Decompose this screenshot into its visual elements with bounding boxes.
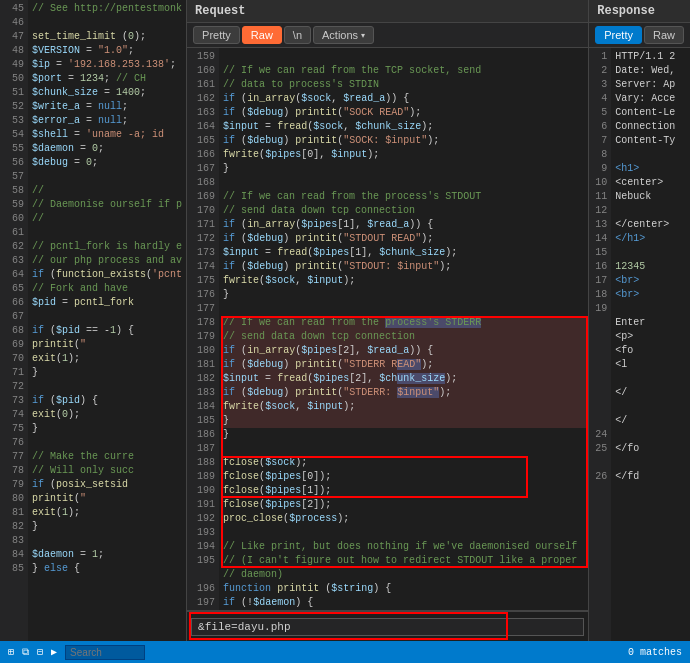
response-line-numbers: 12345 678910 1112131415 16171819 24 25 2… [589,48,611,641]
request-input-field[interactable] [191,618,584,636]
response-title: Response [597,4,655,18]
tab-raw-request[interactable]: Raw [242,26,282,44]
status-icon-3[interactable]: ⊟ [37,646,43,658]
response-panel: Response Pretty Raw 12345 678910 1112131… [589,0,690,641]
match-count: 0 matches [628,647,682,658]
request-panel-header: Request [187,0,588,23]
request-bottom-input-area [187,611,588,641]
status-icon-4[interactable]: ▶ [51,646,57,658]
tab-in-request[interactable]: \n [284,26,311,44]
status-bar: ⊞ ⧉ ⊟ ▶ 0 matches [0,641,690,663]
left-code-content: // See http://pentestmonk set_time_limit… [28,0,186,641]
tab-pretty-request[interactable]: Pretty [193,26,240,44]
request-panel: Request Pretty Raw \n Actions ▾ 15916016… [187,0,589,641]
tab-pretty-response[interactable]: Pretty [595,26,642,44]
main-layout: 4546474849 5051525354 5556575859 6061626… [0,0,690,641]
response-panel-body: 12345 678910 1112131415 16171819 24 25 2… [589,48,690,641]
chevron-down-icon: ▾ [361,31,365,40]
search-input[interactable] [65,645,145,660]
response-code: HTTP/1.1 2 Date: Wed, Server: Ap Vary: A… [611,48,690,641]
request-panel-body: 159160161162163 164165166167168 16917017… [187,48,588,641]
status-icon-1[interactable]: ⊞ [8,646,14,658]
left-line-numbers: 4546474849 5051525354 5556575859 6061626… [0,0,28,641]
status-icon-2[interactable]: ⧉ [22,647,29,658]
tab-actions-request[interactable]: Actions ▾ [313,26,374,44]
response-panel-header: Response [589,0,690,23]
left-panel: 4546474849 5051525354 5556575859 6061626… [0,0,187,641]
tab-raw-response[interactable]: Raw [644,26,684,44]
status-right: 0 matches [628,647,682,658]
request-content[interactable]: 159160161162163 164165166167168 16917017… [187,48,588,610]
status-icons: ⊞ ⧉ ⊟ ▶ [8,645,145,660]
left-panel-content: 4546474849 5051525354 5556575859 6061626… [0,0,186,641]
request-code: // If we can read from the TCP socket, s… [219,48,588,610]
response-content[interactable]: 12345 678910 1112131415 16171819 24 25 2… [589,48,690,641]
request-line-numbers: 159160161162163 164165166167168 16917017… [187,48,219,610]
request-tab-bar: Pretty Raw \n Actions ▾ [187,23,588,48]
request-title: Request [195,4,245,18]
response-tab-bar: Pretty Raw [589,23,690,48]
